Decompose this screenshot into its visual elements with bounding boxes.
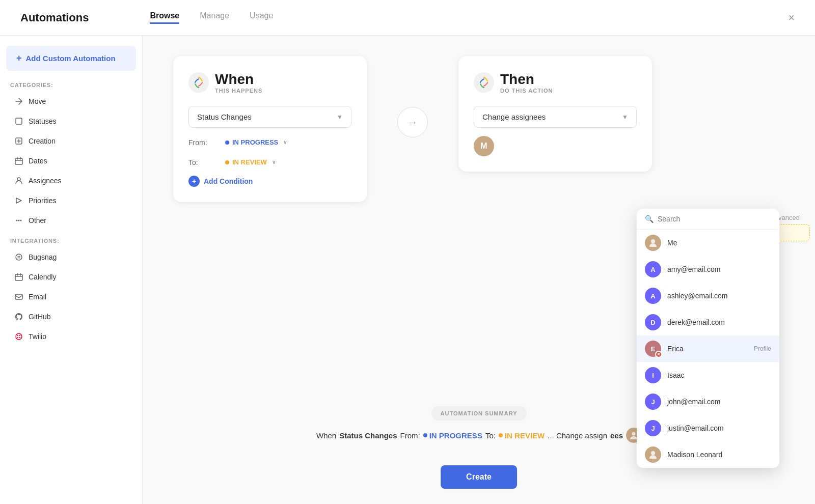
create-button[interactable]: Create <box>441 465 517 489</box>
trigger-dropdown-value: Status Changes <box>197 113 252 121</box>
dropdown-item-john[interactable]: J john@email.com <box>637 388 779 415</box>
add-condition-plus-icon: + <box>188 176 200 187</box>
svg-point-6 <box>20 220 22 221</box>
sidebar-item-calendly[interactable]: Calendly <box>4 267 138 287</box>
summary-to-status: IN REVIEW <box>499 431 545 440</box>
erica-avatar-wrapper: E ✕ <box>645 341 661 357</box>
priorities-icon <box>14 196 23 205</box>
dropdown-item-label: ashley@email.com <box>667 292 727 300</box>
dates-icon <box>14 156 23 165</box>
action-dropdown-chevron: ▼ <box>622 114 628 121</box>
header-tabs: Browse Manage Usage <box>150 11 273 24</box>
app-title: Automations <box>20 11 89 24</box>
dropdown-item-madison[interactable]: Madison Leonard <box>637 441 779 468</box>
trigger-dropdown[interactable]: Status Changes ▼ <box>188 106 351 128</box>
plus-icon: + <box>16 53 22 64</box>
search-input[interactable] <box>658 215 771 223</box>
action-dropdown[interactable]: Change assignees ▼ <box>474 106 637 128</box>
summary-to: To: <box>485 431 496 440</box>
when-subtitle: THIS HAPPENS <box>215 88 262 94</box>
calendly-icon <box>14 272 23 282</box>
svg-point-16 <box>651 451 655 455</box>
erica-selected-badge: ✕ <box>655 351 662 358</box>
when-card: When THIS HAPPENS Status Changes ▼ From:… <box>173 56 367 202</box>
sidebar-item-assignees[interactable]: Assignees <box>4 171 138 190</box>
summary-from: From: <box>400 431 420 440</box>
automation-summary-text: When Status Changes From: IN PROGRESS To… <box>316 428 641 443</box>
assignees-icon <box>14 176 23 185</box>
header: Automations Browse Manage Usage × <box>0 0 815 36</box>
sidebar-item-dates[interactable]: Dates <box>4 151 138 171</box>
from-status-badge[interactable]: IN PROGRESS ∨ <box>220 136 292 149</box>
sidebar-item-other[interactable]: Other <box>4 211 138 230</box>
summary-to-dot <box>499 433 503 437</box>
derek-avatar: D <box>645 314 661 330</box>
sidebar-item-label: GitHub <box>29 313 51 321</box>
dropdown-item-ashley[interactable]: A ashley@email.com <box>637 283 779 309</box>
when-title: When <box>215 71 262 88</box>
dropdown-item-label: amy@email.com <box>667 265 720 273</box>
svg-point-10 <box>16 333 22 340</box>
from-status-value: IN PROGRESS <box>232 138 278 146</box>
summary-label[interactable]: AUTOMATION SUMMARY <box>431 406 526 421</box>
dropdown-item-derek[interactable]: D derek@email.com <box>637 309 779 335</box>
sidebar-item-bugsnag[interactable]: Bugsnag <box>4 247 138 267</box>
to-status-badge[interactable]: IN REVIEW ∨ <box>220 156 281 169</box>
github-icon <box>14 312 23 321</box>
add-condition-button[interactable]: + Add Condition <box>188 176 351 187</box>
justin-avatar: J <box>645 420 661 436</box>
sidebar-item-priorities[interactable]: Priorities <box>4 191 138 210</box>
dropdown-search-row: 🔍 <box>637 209 779 230</box>
dropdown-item-isaac[interactable]: I Isaac <box>637 362 779 388</box>
tab-usage[interactable]: Usage <box>250 11 273 24</box>
dropdown-item-label: Erica <box>667 345 684 353</box>
trigger-dropdown-chevron: ▼ <box>337 114 343 121</box>
summary-status-changes: Status Changes <box>339 431 397 440</box>
sidebar-item-email[interactable]: Email <box>4 287 138 306</box>
sidebar-item-label: Twilio <box>29 332 46 341</box>
me-avatar <box>645 235 661 251</box>
summary-when: When <box>316 431 336 440</box>
svg-rect-2 <box>15 158 22 164</box>
dropdown-item-label: john@email.com <box>667 398 720 406</box>
to-status-value: IN REVIEW <box>232 158 267 166</box>
sidebar-item-label: Move <box>29 97 46 105</box>
dropdown-item-erica[interactable]: E ✕ Erica Profile <box>637 335 779 362</box>
svg-rect-9 <box>15 294 22 299</box>
sidebar-item-creation[interactable]: Creation <box>4 131 138 151</box>
sidebar-item-github[interactable]: GitHub <box>4 307 138 326</box>
dropdown-item-label: Madison Leonard <box>667 451 722 459</box>
tab-browse[interactable]: Browse <box>150 11 179 24</box>
john-avatar: J <box>645 394 661 410</box>
main-layout: + Add Custom Automation CATEGORIES: Move… <box>0 36 815 504</box>
sidebar-item-label: Dates <box>29 157 47 165</box>
sidebar-item-label: Creation <box>29 137 56 145</box>
dropdown-item-me[interactable]: Me <box>637 230 779 256</box>
categories-label: CATEGORIES: <box>0 75 142 91</box>
statuses-icon <box>14 117 23 126</box>
close-button[interactable]: × <box>788 11 795 24</box>
then-title: Then <box>500 71 553 88</box>
creation-icon <box>14 136 23 146</box>
profile-link[interactable]: Profile <box>754 345 771 352</box>
when-card-title-group: When THIS HAPPENS <box>215 71 262 94</box>
arrow-connector: → <box>397 107 428 137</box>
add-condition-label: Add Condition <box>204 177 253 185</box>
tab-manage[interactable]: Manage <box>200 11 229 24</box>
then-card-icon <box>474 72 494 93</box>
svg-point-4 <box>16 220 18 221</box>
to-label: To: <box>188 158 214 166</box>
then-card: Then DO THIS ACTION Change assignees ▼ M <box>458 56 652 172</box>
summary-suffix2: ees <box>610 431 623 440</box>
add-custom-automation-button[interactable]: + Add Custom Automation <box>6 46 136 71</box>
sidebar-item-twilio[interactable]: Twilio <box>4 327 138 346</box>
dropdown-item-justin[interactable]: J justin@email.com <box>637 415 779 441</box>
automation-builder: When THIS HAPPENS Status Changes ▼ From:… <box>143 36 815 212</box>
sidebar-item-move[interactable]: Move <box>4 92 138 111</box>
isaac-avatar: I <box>645 367 661 383</box>
automation-summary-area: AUTOMATION SUMMARY When Status Changes F… <box>316 406 641 443</box>
svg-point-14 <box>19 337 20 338</box>
sidebar-item-label: Bugsnag <box>29 253 57 261</box>
dropdown-item-amy[interactable]: A amy@email.com <box>637 256 779 283</box>
sidebar-item-statuses[interactable]: Statuses <box>4 111 138 131</box>
